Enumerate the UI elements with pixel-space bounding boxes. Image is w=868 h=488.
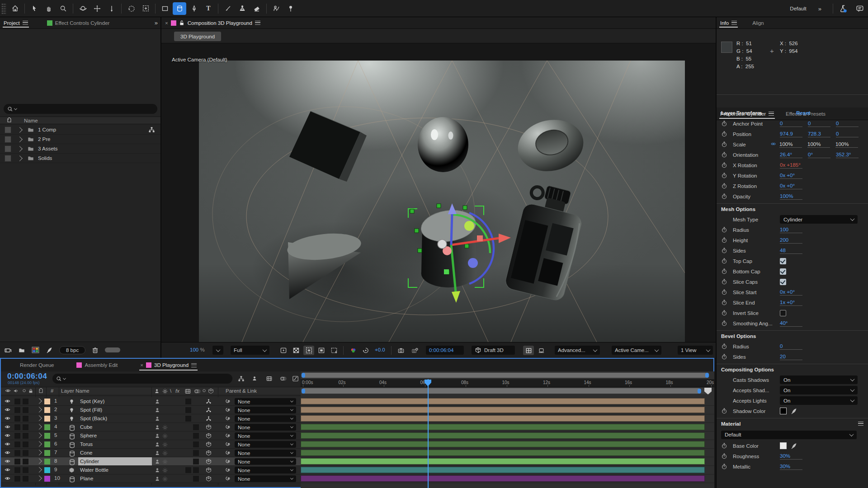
fx-switch-header-icon[interactable]: fx [175,388,179,394]
stopwatch-icon[interactable] [721,151,727,158]
collapse-switch-icon[interactable] [162,459,168,465]
tab-effect-controls[interactable]: Effect Controls Cylinder [43,17,113,28]
label-column-tag-icon[interactable] [38,388,44,394]
3d-layer-header-icon[interactable] [208,388,214,394]
layer-switch-cell[interactable] [14,476,20,482]
exposure-value[interactable]: +0.0 [375,347,385,352]
3d-layer-icon[interactable] [206,416,212,422]
composition-canvas-zone[interactable]: Active Camera (Default) [161,43,716,342]
shy-switch-icon[interactable] [154,450,160,456]
property-checkbox[interactable] [780,279,786,285]
motion-blur-cell[interactable] [193,459,199,465]
panel-overflow-chevron[interactable]: » [155,19,157,26]
time-ruler[interactable]: 0:00s02s04s06s08s10s12s14s16s18s20s [301,379,714,387]
delete-item-icon[interactable] [92,347,99,354]
3d-layer-icon[interactable] [206,433,212,439]
parent-pickwhip-icon[interactable] [225,432,231,439]
new-folder-icon[interactable] [18,347,25,353]
collapse-switch-icon[interactable] [162,476,168,482]
layer-switch-cell[interactable] [23,450,28,456]
expand-chevron-icon[interactable] [17,155,23,161]
stopwatch-icon[interactable] [721,131,727,137]
layer-row-plane[interactable]: 10PlaneNone [1,474,301,483]
property-value[interactable]: 0 [836,121,859,127]
parent-pickwhip-icon[interactable] [225,467,231,473]
frame-blending-icon[interactable] [266,375,273,382]
layer-row-torus[interactable]: 6TorusNone [1,440,301,449]
project-item-1-comp[interactable]: 1 Comp [0,125,160,135]
parent-link-dropdown[interactable]: None [235,407,296,413]
layer-color-swatch[interactable] [44,416,50,422]
layer-name[interactable]: Sphere [78,432,152,440]
3d-layer-icon[interactable] [206,450,212,456]
tab-project[interactable]: Project [0,17,32,28]
property-value[interactable]: 1x +0° [780,300,802,306]
stopwatch-icon[interactable] [721,408,727,414]
layer-name[interactable]: Cube [78,423,152,431]
stopwatch-icon[interactable] [721,278,727,285]
property-value[interactable]: 0x +0° [780,183,802,189]
layer-name[interactable]: Plane [78,474,152,483]
region-of-interest-icon[interactable] [303,346,314,355]
layer-visibility-eye-icon[interactable] [4,416,11,422]
motion-blur-cell[interactable] [193,476,199,482]
link-values-icon[interactable] [770,142,777,147]
layer-duration-bar-spot-(back)[interactable] [301,415,705,422]
layer-row-cone[interactable]: 7ConeNone [1,449,301,457]
layer-visibility-eye-icon[interactable] [4,399,11,404]
stopwatch-icon[interactable] [721,463,727,470]
layer-visibility-eye-icon[interactable] [4,424,11,430]
3d-layer-icon[interactable] [206,459,212,465]
motion-blur-cell[interactable] [193,424,199,430]
motion-blur-cell[interactable] [193,441,199,447]
layer-visibility-eye-icon[interactable] [4,459,11,465]
tool-eraser-tool[interactable] [250,2,264,15]
stopwatch-icon[interactable] [721,162,727,169]
tool-clone-stamp-tool[interactable] [236,2,249,15]
tool-type-tool[interactable]: T [202,2,215,15]
shy-switch-icon[interactable] [154,416,160,422]
parent-pickwhip-icon[interactable] [225,424,231,430]
tool-pan-behind-tool[interactable] [139,2,152,15]
audio-column-speaker-icon[interactable] [13,388,19,394]
parent-link-dropdown[interactable]: None [235,458,296,465]
property-value[interactable]: 0x +185° [780,162,802,169]
quality-switch-header-icon[interactable]: \ [170,388,171,394]
3d-layer-icon[interactable] [206,467,212,473]
project-item-solids[interactable]: Solids [0,154,160,163]
tab-composition[interactable]: × Composition 3D Playground [161,17,264,28]
section-header-compositing-options[interactable]: Compositing Options [717,364,868,375]
stopwatch-icon[interactable] [721,268,727,275]
tool-hand-tool[interactable] [42,2,56,15]
layer-color-swatch[interactable] [44,433,50,439]
collapse-switch-header-icon[interactable] [162,388,168,394]
stopwatch-icon[interactable] [721,120,727,127]
layer-row-spot-(fill)[interactable]: 2Spot (Fill)None [1,406,301,414]
tool-pen-tool[interactable] [187,2,201,15]
tool-home-tool[interactable] [8,2,22,15]
property-value[interactable]: 20 [780,354,802,360]
draft-3d-button[interactable]: Draft 3D [472,346,515,355]
layer-duration-bar-sphere[interactable] [301,432,705,439]
property-value[interactable]: 30% [780,464,802,470]
layer-color-swatch[interactable] [44,399,50,404]
3d-layer-icon[interactable] [206,441,212,447]
layer-switch-cell[interactable] [14,467,20,473]
expand-chevron-icon[interactable] [36,424,42,430]
channel-icon[interactable] [348,346,359,355]
property-value[interactable]: 974.9 [780,131,802,137]
solo-column-icon[interactable] [22,388,27,393]
interpret-footage-icon[interactable] [4,347,12,354]
panel-menu-icon[interactable] [23,21,28,25]
workspace-label[interactable]: Default [790,6,806,11]
toolbar-grip[interactable] [1,3,6,14]
layer-visibility-eye-icon[interactable] [4,450,11,456]
section-header-mesh-options[interactable]: Mesh Options [717,203,868,214]
close-icon[interactable]: × [165,20,168,26]
layer-switch-cell[interactable] [14,399,20,404]
timeline-tab-3d-playground[interactable]: ×3D Playground [137,359,200,371]
layer-duration-bar-cube[interactable] [301,424,705,430]
property-value[interactable]: 100% [835,141,858,148]
parent-pickwhip-icon[interactable] [225,458,231,465]
current-time-display[interactable]: 0:00:06:04 [7,372,47,381]
